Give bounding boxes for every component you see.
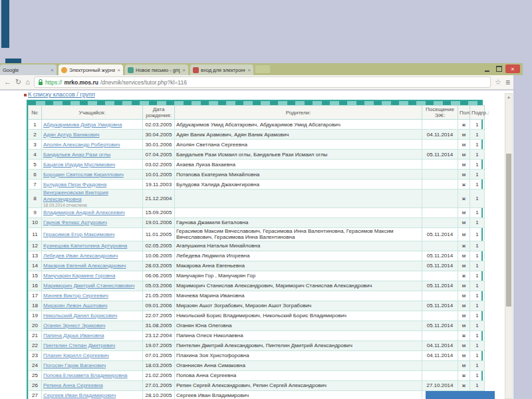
student-link[interactable]: Макаров Евгений Александрович — [43, 263, 126, 269]
row-number: 27 — [29, 390, 42, 399]
table-row: 23Плахин Кирилл Сергеевич07.01.2005Плахи… — [29, 350, 485, 360]
student-link[interactable]: Абдукаримова Диёра Умидовна — [43, 122, 122, 128]
gender-cell: ж — [458, 180, 470, 190]
student-link[interactable]: Герасимов Егор Максимович — [43, 231, 114, 237]
student-cell: Булудова Пери Фуадовна — [42, 180, 143, 190]
student-cell: Бородин Святослав Кириллович — [42, 170, 143, 180]
student-link[interactable]: Папина Дарья Ивановна — [43, 332, 104, 338]
student-link[interactable]: Гаунов Феликс Артурович — [43, 219, 107, 225]
student-link[interactable]: Аполян Александр Робертович — [43, 142, 120, 148]
visit-cell — [422, 291, 458, 301]
scrollbar-thumb[interactable] — [506, 154, 511, 307]
student-link[interactable]: Булудова Пери Фуадовна — [43, 182, 106, 188]
student-cell: Мирзоян Левон Ашотович — [42, 301, 143, 311]
student-link[interactable]: Бацагов Изудди Муслимович — [43, 162, 115, 168]
tab-title: Новое письмо - grigorie — [136, 67, 180, 73]
new-tab-button[interactable] — [255, 65, 270, 73]
bookmark-star-icon[interactable]: ☆ — [495, 78, 501, 86]
parents-cell: Оганнисян Анна Симаковна — [175, 360, 422, 370]
student-cell: Макаров Евгений Александрович — [42, 261, 143, 271]
col-header-parents: Родители: — [175, 106, 422, 120]
student-link[interactable]: Мачнев Виктор Сергеевич — [43, 293, 108, 299]
born-cell: 18.03.2005 — [143, 360, 175, 370]
tab-close-icon[interactable]: × — [247, 67, 251, 73]
student-link[interactable]: Репина Анна Сергеевна — [43, 382, 103, 388]
student-link[interactable]: Лебедев Иван Александрович — [43, 253, 118, 259]
subgroup-cell: 1 — [470, 340, 485, 350]
visit-cell — [422, 207, 458, 217]
col-header-gender: Пол: — [458, 106, 470, 120]
student-link[interactable]: Мариморич Дмитрий Станиславович — [43, 283, 134, 289]
student-link[interactable]: Бородин Святослав Кириллович — [43, 172, 124, 178]
row-number: 13 — [29, 251, 42, 261]
student-link[interactable]: Пинтелин Степан Дмитревич — [43, 342, 115, 348]
student-link[interactable]: Плахин Кирилл Сергеевич — [43, 352, 109, 358]
student-cell: Сергеев Иван Владимирович — [42, 390, 143, 399]
student-cell: Венгрженовская Виктория Александровна18.… — [42, 190, 143, 207]
tab-google[interactable]: Google × — [0, 65, 57, 75]
parents-cell: Пинтелин Дмитрий Александрович, Пинтелин… — [175, 340, 422, 350]
student-link[interactable]: Никольский Данил Борисович — [43, 313, 117, 319]
refresh-icon[interactable]: ↻ — [15, 78, 21, 86]
tab-close-icon[interactable]: × — [51, 67, 54, 73]
table-row: 7Булудова Пери Фуадовна19.11.2003Булудов… — [29, 180, 485, 190]
subgroup-cell: 1 — [470, 291, 485, 301]
student-link[interactable]: Мирзоян Левон Ашотович — [43, 303, 107, 309]
back-icon[interactable]: ← — [4, 78, 11, 86]
gender-cell: ж — [458, 271, 470, 281]
student-link[interactable]: Владимиров Андрей Алексеевич — [43, 209, 125, 215]
minimize-button[interactable] — [481, 65, 492, 73]
scroll-up-icon[interactable]: ▲ — [505, 94, 512, 100]
student-link[interactable]: Венгрженовская Виктория Александровна — [43, 190, 108, 202]
student-link[interactable]: Оганян Эрнест Эрикович — [43, 323, 105, 329]
student-cell: Оганян Эрнест Эрикович — [42, 321, 143, 331]
visit-cell — [422, 360, 458, 370]
subgroup-cell: 1 — [470, 261, 485, 271]
tab-journal[interactable]: Электронный журнал × — [59, 65, 123, 75]
home-icon[interactable]: ⌂ — [25, 78, 30, 86]
parents-cell: Оганян Юна Олеговна — [175, 321, 422, 331]
parents-cell: Бандальев Рази Исмаил оглы, Бандальев Ра… — [175, 150, 422, 160]
subgroup-cell: 1 — [470, 251, 485, 261]
student-link[interactable]: Адян Артур Ваникович — [43, 132, 100, 138]
student-cell: Адян Артур Ваникович — [42, 130, 143, 140]
row-number: 16 — [29, 281, 42, 291]
tab-close-icon[interactable]: × — [182, 67, 186, 73]
student-link[interactable]: Погосян Гарик Ваганович — [43, 362, 106, 368]
row-number: 9 — [29, 207, 42, 217]
restore-button[interactable] — [493, 65, 504, 73]
close-button[interactable]: × — [505, 65, 520, 73]
student-link[interactable]: Бандальев Анар Рази оглы — [43, 152, 110, 158]
tab-close-icon[interactable]: × — [117, 67, 120, 73]
page-scrollbar[interactable]: ▲ — [505, 93, 513, 399]
student-cell: Плахин Кирилл Сергеевич — [42, 350, 143, 360]
visit-cell: 04.11.2014 — [422, 340, 458, 350]
tab-login[interactable]: вход для электронного д × — [190, 65, 253, 75]
subgroup-cell: 1 — [470, 301, 485, 311]
student-link[interactable]: Попова Елизавета Владимировна — [43, 372, 128, 378]
subgroup-cell: 1 — [470, 140, 485, 150]
visit-cell — [422, 160, 458, 170]
browser-toolbar: ← ↻ ⌂ https://mrko.mos.ru/dnevnik/servic… — [0, 75, 513, 90]
born-cell: 23.12.2004 — [143, 331, 175, 340]
parents-cell: Герасимов Максим Вячеславович, Герасимов… — [175, 227, 422, 241]
row-number: 5 — [29, 160, 42, 170]
journal-favicon-icon — [61, 67, 67, 73]
student-link[interactable]: Манучарян Кармине Горовна — [43, 273, 115, 279]
subgroup-cell: 1 — [470, 380, 485, 390]
parents-cell: Мариморич Станислав Александрович, Марим… — [175, 281, 422, 291]
visit-cell — [422, 140, 458, 150]
student-link[interactable]: Кузнецова Капитолина Артуровна — [43, 243, 127, 249]
tab-new-mail[interactable]: Новое письмо - grigorie × — [125, 65, 188, 75]
row-number: 25 — [29, 370, 42, 380]
row-number: 23 — [29, 350, 42, 360]
gender-cell: м — [458, 340, 470, 350]
student-cell: Мариморич Дмитрий Станиславович — [42, 281, 143, 291]
menu-icon[interactable]: ≡ — [505, 78, 509, 87]
born-cell: 22.07.2005 — [143, 311, 175, 321]
table-row: 26Репина Анна Сергеевна27.01.2005Репин С… — [29, 380, 485, 390]
row-number: 2 — [29, 130, 42, 140]
student-link[interactable]: Сергеев Иван Владимирович — [43, 392, 116, 398]
back-to-classes-link[interactable]: К списку классов / групп — [28, 91, 95, 98]
address-bar[interactable]: https://mrko.mos.ru/dnevnik/services/tut… — [34, 76, 491, 88]
